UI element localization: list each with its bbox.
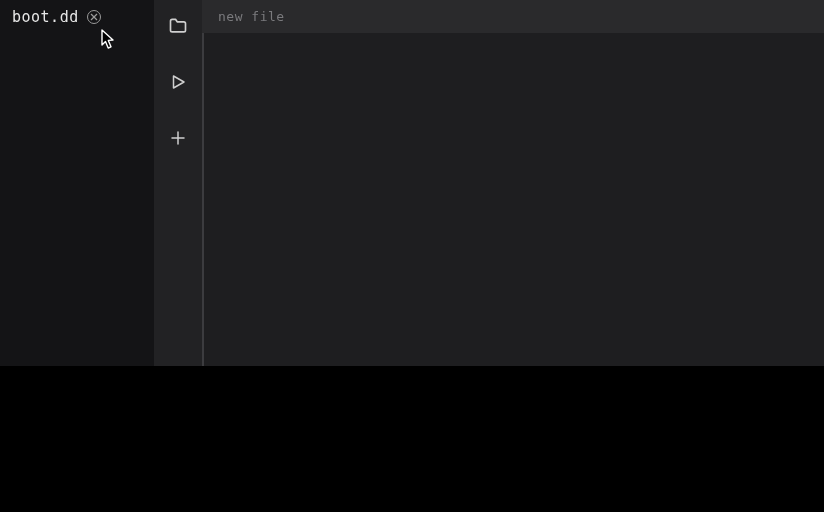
svg-marker-2 bbox=[174, 76, 185, 88]
folder-icon bbox=[168, 16, 188, 36]
tab-bar: new file bbox=[202, 0, 824, 33]
folder-button[interactable] bbox=[164, 12, 192, 40]
file-item-boot-dd[interactable]: boot.dd bbox=[0, 0, 154, 34]
editor-body[interactable] bbox=[202, 33, 824, 366]
close-file-icon[interactable] bbox=[87, 10, 101, 24]
plus-icon bbox=[169, 129, 187, 147]
play-icon bbox=[169, 73, 187, 91]
editor-pane: new file bbox=[202, 0, 824, 366]
file-item-label: boot.dd bbox=[12, 8, 79, 26]
new-button[interactable] bbox=[164, 124, 192, 152]
app-frame: boot.dd bbox=[0, 0, 824, 366]
file-sidebar: boot.dd bbox=[0, 0, 154, 366]
run-button[interactable] bbox=[164, 68, 192, 96]
activity-rail bbox=[154, 0, 202, 366]
tab-title[interactable]: new file bbox=[218, 9, 285, 24]
editor-margin-line bbox=[202, 33, 204, 366]
